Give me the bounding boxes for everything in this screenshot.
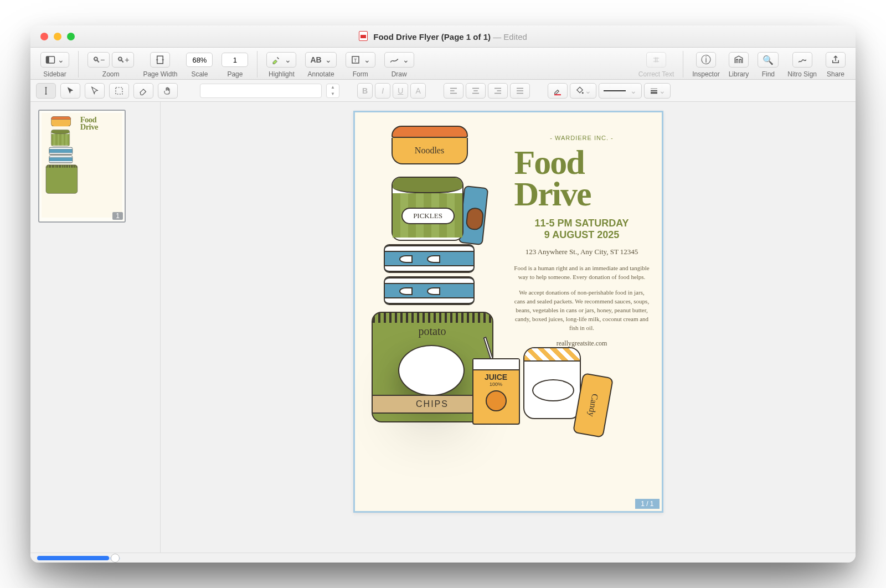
sidebar-toggle-button[interactable]: ⌄ bbox=[40, 52, 69, 68]
thumbnail-sidebar: FoodDrive 1 bbox=[30, 102, 161, 553]
document-canvas[interactable]: Noodles PICKLES potato bbox=[161, 102, 856, 553]
arrow-select-tool[interactable] bbox=[60, 83, 80, 99]
align-left-button[interactable] bbox=[444, 83, 463, 99]
page-label: Page bbox=[227, 70, 243, 78]
font-size-stepper[interactable]: ▲▼ bbox=[326, 84, 339, 98]
share-button[interactable] bbox=[826, 52, 846, 68]
page-width-button[interactable] bbox=[150, 52, 170, 68]
find-button[interactable]: 🔍 bbox=[758, 52, 779, 68]
svg-rect-5 bbox=[116, 87, 122, 94]
svg-rect-1 bbox=[47, 56, 49, 63]
inspector-label: Inspector bbox=[692, 70, 719, 78]
hand-tool[interactable] bbox=[158, 83, 178, 99]
library-icon bbox=[734, 55, 744, 65]
flyer-paragraph-2: We accept donations of non-perishable fo… bbox=[510, 288, 654, 333]
pointer-tool[interactable] bbox=[85, 83, 105, 99]
page-width-label: Page Width bbox=[143, 70, 177, 78]
find-label: Find bbox=[762, 70, 775, 78]
page-thumbnail-1[interactable]: FoodDrive 1 bbox=[38, 110, 126, 223]
pickles-jar-icon: PICKLES bbox=[392, 177, 463, 241]
sidebar-label: Sidebar bbox=[43, 70, 66, 78]
flyer-text: - WARDIERE INC. - FoodDrive 11-5 PM SATU… bbox=[510, 135, 654, 348]
fullscreen-window-button[interactable] bbox=[67, 33, 75, 40]
zoom-in-button[interactable]: 🔍︎+ bbox=[112, 52, 134, 68]
line-weight-button[interactable]: ⌄ bbox=[644, 83, 671, 99]
flyer-address: 123 Anywhere St., Any City, ST 12345 bbox=[510, 247, 654, 256]
svg-text:T: T bbox=[354, 58, 357, 63]
bold-button[interactable]: B bbox=[357, 83, 373, 99]
italic-button[interactable]: I bbox=[375, 83, 390, 99]
eraser-tool[interactable] bbox=[133, 83, 153, 99]
nitro-sign-label: Nitro Sign bbox=[787, 70, 817, 78]
signature-icon bbox=[797, 55, 807, 65]
page-indicator: 1 / 1 bbox=[635, 499, 659, 509]
scale-input[interactable] bbox=[186, 53, 213, 67]
info-icon: ⓘ bbox=[701, 53, 711, 66]
close-window-button[interactable] bbox=[40, 33, 48, 40]
flyer-illustration: Noodles PICKLES potato bbox=[367, 126, 511, 502]
library-label: Library bbox=[729, 70, 749, 78]
svg-rect-2 bbox=[157, 56, 163, 64]
toolbar-secondary: ▲▼ B I U A ⌄ bbox=[30, 80, 856, 102]
toolbar-primary: ⌄ Sidebar 🔍︎− 🔍︎+ Zoom Page Width bbox=[30, 48, 856, 80]
highlight-label: Highlight bbox=[269, 70, 295, 78]
scale-label: Scale bbox=[191, 70, 208, 78]
highlight-button[interactable]: ⌄ bbox=[266, 52, 296, 68]
annotate-button[interactable]: AB⌄ bbox=[305, 52, 336, 68]
zoom-out-button[interactable]: 🔍︎− bbox=[87, 52, 110, 68]
flyer-company: - WARDIERE INC. - bbox=[510, 135, 654, 141]
svg-point-7 bbox=[582, 92, 584, 94]
inspector-button[interactable]: ⓘ bbox=[696, 52, 716, 68]
page-input[interactable] bbox=[222, 53, 248, 67]
pdf-icon bbox=[359, 31, 368, 41]
window-title: Food Drive Flyer (Page 1 of 1) — Edited bbox=[30, 31, 856, 42]
titlebar: Food Drive Flyer (Page 1 of 1) — Edited bbox=[30, 25, 856, 48]
honey-jar-icon bbox=[523, 347, 581, 419]
text-color-button[interactable]: A bbox=[410, 83, 426, 99]
annotate-label: Annotate bbox=[308, 70, 334, 78]
fish-cans-icon bbox=[384, 244, 475, 308]
line-style-button[interactable]: ⌄ bbox=[599, 83, 642, 99]
flyer-paragraph-1: Food is a human right and is an immediat… bbox=[510, 264, 654, 282]
draw-label: Draw bbox=[392, 70, 407, 78]
bottom-zoom-slider[interactable] bbox=[30, 553, 856, 563]
search-icon: 🔍 bbox=[763, 55, 774, 65]
zoom-label: Zoom bbox=[102, 70, 120, 78]
minimize-window-button[interactable] bbox=[54, 33, 61, 40]
noodles-cup-icon: Noodles bbox=[392, 126, 468, 170]
correct-text-label: Correct Text bbox=[638, 70, 674, 78]
flyer-title: FoodDrive bbox=[510, 147, 654, 210]
underline-button[interactable]: U bbox=[393, 83, 408, 99]
text-cursor-tool[interactable] bbox=[36, 83, 56, 99]
juice-box-icon: JUICE 100% bbox=[472, 358, 520, 425]
align-justify-button[interactable] bbox=[510, 83, 530, 99]
flyer-datetime: 11-5 PM SATURDAY9 AUGUST 2025 bbox=[510, 218, 654, 241]
svg-rect-6 bbox=[554, 94, 561, 95]
draw-button[interactable]: ⌄ bbox=[384, 52, 414, 68]
align-center-button[interactable] bbox=[466, 83, 486, 99]
app-window: Food Drive Flyer (Page 1 of 1) — Edited … bbox=[30, 25, 856, 563]
document-page[interactable]: Noodles PICKLES potato bbox=[353, 111, 663, 513]
form-button[interactable]: T ⌄ bbox=[346, 52, 375, 68]
highlight-color-button[interactable] bbox=[548, 83, 568, 99]
thumbnail-number: 1 bbox=[112, 212, 123, 220]
correct-text-button[interactable] bbox=[646, 52, 666, 68]
align-right-button[interactable] bbox=[488, 83, 508, 99]
flyer-website: reallygreatsite.com bbox=[510, 339, 654, 348]
nitro-sign-button[interactable] bbox=[792, 52, 812, 68]
share-icon bbox=[831, 55, 841, 65]
library-button[interactable] bbox=[729, 52, 749, 68]
share-label: Share bbox=[827, 70, 844, 78]
form-label: Form bbox=[353, 70, 368, 78]
fill-color-button[interactable]: ⌄ bbox=[570, 83, 596, 99]
marquee-tool[interactable] bbox=[109, 83, 129, 99]
zoom-out-icon: 🔍︎− bbox=[92, 55, 105, 64]
zoom-in-icon: 🔍︎+ bbox=[117, 55, 129, 64]
font-dropdown[interactable] bbox=[200, 84, 322, 98]
